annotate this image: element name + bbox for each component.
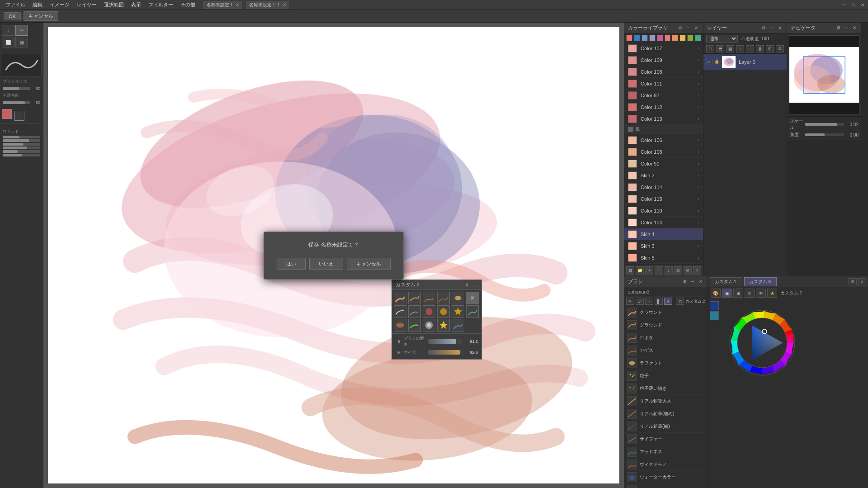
cl-grid-icon[interactable]: ⊞ xyxy=(674,266,682,275)
cl-gear-icon[interactable]: ≡ xyxy=(693,266,701,275)
brush-item-11[interactable]: マッドネス xyxy=(624,445,708,458)
tab-document-2[interactable]: 名称未設定１１ ✕ xyxy=(246,1,289,9)
tool-slider-6[interactable] xyxy=(3,154,40,156)
brush-size-slider[interactable] xyxy=(3,87,30,90)
navigator-minimize-icon[interactable]: ─ xyxy=(843,25,849,31)
brush-watercolor-icon[interactable]: ~ xyxy=(645,298,653,305)
cpt-grid-btn[interactable]: ⊞ xyxy=(733,289,743,298)
c2-brush-14[interactable] xyxy=(437,319,450,332)
dialog-yes-button[interactable]: はい xyxy=(277,258,306,270)
cl-add-icon[interactable]: + xyxy=(645,266,653,275)
color-item-115[interactable]: Color 115 › xyxy=(624,193,703,205)
c2-brush-9[interactable] xyxy=(452,305,464,318)
brush-pencil-icon[interactable]: ✏ xyxy=(626,298,634,305)
tab-custom1[interactable]: カスタム１ xyxy=(710,277,742,286)
cpt-star-btn[interactable]: ★ xyxy=(767,289,777,298)
brush-marker-icon[interactable]: ▌ xyxy=(655,298,663,305)
sub-tab-close[interactable]: ✕ xyxy=(858,278,866,285)
brush-item-5[interactable]: 粒子 xyxy=(624,370,708,382)
color-item-97[interactable]: Color 97 › xyxy=(624,90,703,101)
c2-brush-6[interactable] xyxy=(408,305,421,318)
color-item-108[interactable]: Color 108 › xyxy=(624,66,703,78)
c2-brush-11[interactable] xyxy=(394,319,406,332)
menu-select[interactable]: 選択範囲 xyxy=(100,0,127,9)
menu-other[interactable]: その他 xyxy=(177,0,199,9)
c2-brush-7[interactable] xyxy=(423,305,435,318)
color-item-skin3[interactable]: Skin 3 › xyxy=(624,240,703,252)
c2-brush-15[interactable] xyxy=(452,319,464,332)
brush-item-1[interactable]: グラウンド xyxy=(624,319,708,332)
move-tool[interactable]: ↕ xyxy=(2,25,14,36)
color-item-113[interactable]: Color 113 › xyxy=(624,113,703,125)
brush-item-2[interactable]: ロボタ xyxy=(624,332,708,344)
layer-blend-mode[interactable]: 通常 xyxy=(706,35,738,43)
swatch-4[interactable] xyxy=(657,35,663,41)
brush-item-14[interactable]: ドライストローク xyxy=(624,483,708,488)
dialog-no-button[interactable]: いいえ xyxy=(309,258,343,270)
layer-visibility-0[interactable]: ✓ xyxy=(706,59,712,65)
brush-density-slider[interactable] xyxy=(3,101,30,104)
color-item-104[interactable]: Color 104 › xyxy=(624,217,703,228)
brush-minimize-icon[interactable]: ─ xyxy=(689,279,696,285)
secondary-color-box[interactable] xyxy=(710,311,719,320)
layer-item-0[interactable]: ✓ 🔒 Layer 0 xyxy=(703,54,787,70)
window-close[interactable]: ✕ xyxy=(859,2,866,8)
layer-close-icon[interactable]: ✕ xyxy=(777,25,783,31)
cpt-wheel-btn[interactable]: ◉ xyxy=(722,289,732,298)
color-library-settings[interactable]: ⚙ xyxy=(677,25,683,31)
swatch-5[interactable] xyxy=(665,35,671,41)
dialog-cancel-button[interactable]: キャンセル xyxy=(347,258,391,270)
custom2-minimize[interactable]: ─ xyxy=(472,282,478,288)
tool-slider-4[interactable] xyxy=(3,147,40,149)
brush-close-icon[interactable]: ✕ xyxy=(698,279,704,285)
c2-brush-10[interactable] xyxy=(466,305,479,318)
cl-up-icon[interactable]: ↑ xyxy=(655,266,663,275)
brush-custom-icon[interactable]: カ xyxy=(676,298,684,305)
c2-brush-1[interactable] xyxy=(408,292,421,304)
brush-item-10[interactable]: サイファー xyxy=(624,433,708,445)
brush-item-6[interactable]: 粒子薄い描き xyxy=(624,382,708,395)
layer-minimize-icon[interactable]: ─ xyxy=(769,25,775,31)
tool-slider-1[interactable] xyxy=(3,136,40,138)
layer-new-icon[interactable]: □ xyxy=(706,45,714,52)
swatch-8[interactable] xyxy=(687,35,693,41)
cpt-eye-btn[interactable]: 👁 xyxy=(756,289,766,298)
menu-view[interactable]: 表示 xyxy=(127,0,145,9)
cl-folder-icon[interactable]: 📁 xyxy=(636,266,644,275)
swatch-7[interactable] xyxy=(679,35,686,41)
layer-move-down-icon[interactable]: ↓ xyxy=(746,45,754,52)
window-minimize[interactable]: ─ xyxy=(841,2,848,8)
c2-brush-8[interactable] xyxy=(437,305,450,318)
color-wheel-wrapper[interactable] xyxy=(721,301,804,385)
brush-pen-icon[interactable]: 🖊 xyxy=(636,298,644,305)
c2-brush-0[interactable] xyxy=(394,292,406,304)
color-item-110[interactable]: Color 110 › xyxy=(624,205,703,217)
menu-filter[interactable]: フィルター xyxy=(145,0,177,9)
c2-brush-12[interactable] xyxy=(408,319,421,332)
tool-slider-3[interactable] xyxy=(3,143,40,146)
layer-move-up-icon[interactable]: ↑ xyxy=(736,45,744,52)
cpt-sliders-btn[interactable]: ≡ xyxy=(745,289,755,298)
color-library-minimize[interactable]: ─ xyxy=(685,25,691,31)
primary-color-box[interactable] xyxy=(710,301,719,310)
color-item-107[interactable]: Color 107 › xyxy=(624,43,703,54)
c2-brush-2[interactable] xyxy=(423,292,435,304)
menu-edit[interactable]: 編集 xyxy=(29,0,46,9)
swatch-3[interactable] xyxy=(649,35,656,41)
size-slider[interactable] xyxy=(428,350,462,355)
brush-item-4[interactable]: ラファウト xyxy=(624,357,708,370)
swatch-2[interactable] xyxy=(642,35,648,41)
color-item-114[interactable]: Color 114 › xyxy=(624,181,703,193)
tab-custom3[interactable]: カスタム３ xyxy=(744,277,777,286)
swatch-6[interactable] xyxy=(672,35,678,41)
menu-layer[interactable]: レイヤー xyxy=(73,0,100,9)
window-maximize[interactable]: □ xyxy=(850,2,857,8)
color-item-skin5[interactable]: Skin 5 › xyxy=(624,252,703,264)
menu-file[interactable]: ファイル xyxy=(2,0,29,9)
navigator-close-icon[interactable]: ✕ xyxy=(851,25,858,31)
color-item-111[interactable]: Color 111 › xyxy=(624,78,703,90)
brush-item-12[interactable]: ヴィクドモノ xyxy=(624,458,708,471)
layer-mask-icon[interactable]: ⬒ xyxy=(716,45,724,52)
menu-image[interactable]: イメージ xyxy=(46,0,73,9)
c2-brush-13[interactable] xyxy=(423,319,435,332)
